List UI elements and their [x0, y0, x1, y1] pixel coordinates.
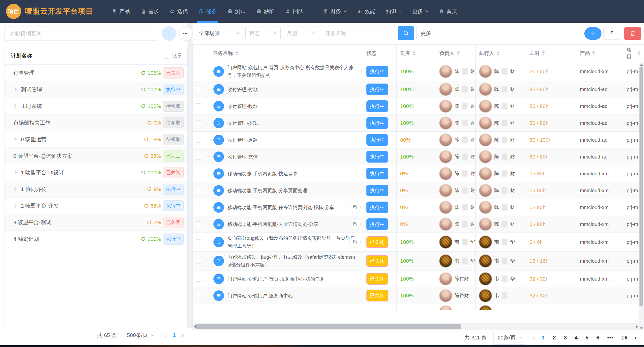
plan-more-button[interactable] [178, 26, 193, 41]
sort-desc-icon[interactable] [542, 54, 545, 55]
nav-item-test[interactable]: ?测试 [222, 0, 251, 23]
plan-row[interactable]: 测试管理100%执行中 [5, 81, 187, 98]
task-row[interactable]: 移动端功能-手机网页版-人才详情浏览-分享执行中0%陈财陈财0 / 80hmmc… [193, 216, 644, 233]
copy-button[interactable] [349, 236, 361, 248]
task-row[interactable]: 门户网站-众包门户-首页-服务商中心-所有数据只关联个人账号，不关联组织架构执行… [193, 62, 644, 81]
row-checkbox[interactable] [196, 276, 201, 282]
sort-icon[interactable] [592, 51, 595, 55]
sort-asc-icon[interactable] [497, 51, 500, 53]
row-checkbox[interactable] [196, 87, 201, 92]
task-row[interactable]: 移动端功能-手机网页版-快速登录执行中0%陈财陈财0 / 80hmmcloud-… [193, 165, 644, 182]
page-number-button[interactable]: 5 [585, 334, 588, 341]
plan-row[interactable]: 工时系统100%待领取 [5, 98, 187, 114]
sort-desc-icon[interactable] [592, 54, 595, 55]
upload-button[interactable] [603, 27, 620, 40]
copy-button[interactable] [349, 218, 361, 230]
chevron-right-icon[interactable] [13, 88, 17, 92]
page-number-button[interactable]: 4 [575, 334, 578, 341]
scroll-left-arrow[interactable] [194, 325, 196, 328]
row-checkbox[interactable] [196, 293, 201, 298]
task-row[interactable]: 收付管理-提现执行中100%陈财陈财80 / 80hmmcloud-acprj-… [193, 115, 644, 132]
plan-prev-page-button[interactable]: ‹ [164, 332, 167, 338]
row-checkbox[interactable] [196, 69, 201, 74]
task-row[interactable]: 内容添加修改、bug处理、样式修改（safari浏览器对element ui部分… [193, 252, 644, 271]
row-checkbox[interactable] [196, 137, 201, 143]
vertical-scrollbar-thumb[interactable] [639, 67, 643, 306]
task-row[interactable]: 门户网站-众包门户-首页-服务商中心-我的任务已关闭100%陈裕财韦华32 / … [193, 271, 644, 287]
row-checkbox[interactable] [196, 239, 201, 245]
row-checkbox[interactable] [196, 258, 201, 264]
row-checkbox[interactable] [196, 221, 201, 227]
chevron-right-icon[interactable] [13, 204, 17, 208]
task-page-size-select[interactable]: 20条/页 [493, 331, 526, 345]
sort-desc-icon[interactable] [457, 54, 460, 55]
delete-button[interactable] [624, 27, 641, 40]
row-checkbox[interactable] [196, 154, 201, 160]
task-row[interactable]: 收付管理-付款执行中100%陈财陈财80 / 80hmmcloud-acprj-… [193, 81, 644, 98]
sort-icon[interactable] [638, 51, 641, 55]
nav-item-task[interactable]: 任务 [193, 0, 222, 23]
nav-item-knowledge[interactable]: 知识 [381, 0, 407, 23]
task-prev-page-button[interactable]: ‹ [533, 334, 535, 341]
plan-row[interactable]: 0 唛盟平台-总体解决方案88%已完工 [5, 148, 187, 164]
plan-row[interactable]: 4 融资计划100%执行中 [5, 231, 187, 247]
nav-item-team[interactable]: 团队 [280, 0, 309, 23]
task-row[interactable] [193, 304, 644, 310]
add-plan-button[interactable] [162, 26, 176, 41]
search-button[interactable] [398, 26, 414, 40]
more-filters-button[interactable]: 更多 [416, 26, 435, 40]
add-task-button[interactable] [584, 27, 601, 40]
task-row[interactable]: 收付管理-充值执行中100%陈财陈财80 / 80hmmcloud-acprj-… [193, 148, 644, 165]
page-number-button[interactable]: 3 [564, 334, 567, 341]
scroll-right-arrow[interactable] [636, 325, 638, 328]
page-number-button[interactable]: 16 [621, 334, 627, 341]
page-number-button[interactable]: 2 [553, 334, 556, 341]
nav-item-defect[interactable]: ?缺陷 [251, 0, 280, 23]
plan-search-input[interactable] [5, 26, 158, 41]
task-name-search-input[interactable] [321, 26, 395, 40]
task-row[interactable]: 页面部分bug修改（我发布的任务详情页顶部导航、首页研发管理工具等）已关闭100… [193, 233, 644, 252]
sort-asc-icon[interactable] [235, 51, 238, 53]
row-checkbox[interactable] [196, 205, 201, 210]
plan-row[interactable]: 1 协同办公9%执行中 [5, 181, 187, 198]
sort-desc-icon[interactable] [235, 54, 238, 55]
nav-item-finance[interactable]: 财务 [317, 0, 352, 23]
task-row[interactable]: 门户网站-众包门户-服务商中心已关闭100%陈裕财韦32 / 32hprj-m [193, 287, 644, 304]
horizontal-scrollbar-thumb[interactable] [196, 324, 461, 329]
task-row[interactable]: 收付管理-收款执行中100%陈财陈财80 / 80hmmcloud-acprj-… [193, 98, 644, 115]
plan-page-number[interactable]: 1 [173, 332, 176, 338]
scroll-down-arrow[interactable] [640, 327, 643, 329]
type-select[interactable]: 类型 [283, 26, 318, 40]
task-row[interactable]: 移动端功能-手机网页版-任务详情页浏览-投标-分享执行中0%陈财陈财0 / 80… [193, 199, 644, 216]
nav-item-product[interactable]: 产品 [106, 0, 135, 23]
sort-asc-icon[interactable] [542, 51, 545, 53]
row-checkbox[interactable] [196, 171, 201, 176]
plan-row[interactable]: 市场部相关工作0%待领取 [5, 114, 187, 131]
sort-asc-icon[interactable] [412, 51, 415, 53]
scroll-up-arrow[interactable] [640, 64, 643, 66]
nav-item-more[interactable]: 更多 [407, 0, 433, 23]
copy-button[interactable] [349, 202, 361, 213]
more-pages-button[interactable]: ••• [607, 335, 614, 341]
chevron-right-icon[interactable] [13, 171, 17, 175]
plan-row[interactable]: 3 唛盟平台-测试7%已关闭 [5, 214, 187, 231]
nav-item-requirement[interactable]: 需求 [135, 0, 164, 23]
sort-icon[interactable] [457, 51, 460, 55]
plan-next-page-button[interactable]: › [182, 332, 184, 338]
chevron-right-icon[interactable] [13, 187, 17, 191]
sort-desc-icon[interactable] [412, 54, 415, 55]
sort-icon[interactable] [497, 51, 500, 55]
sort-desc-icon[interactable] [638, 54, 641, 55]
sort-icon[interactable] [412, 51, 415, 55]
task-row[interactable]: 移动端功能-手机网页版-分享页面处理执行中0%陈财陈财0 / 80hmmclou… [193, 182, 644, 199]
status-select[interactable]: 状态 [245, 26, 281, 40]
row-checkbox[interactable] [196, 103, 201, 109]
task-row[interactable]: 收付管理-退款执行中80%陈财陈财80 / 100hmmcloud-acprj-… [193, 132, 644, 148]
sort-icon[interactable] [235, 51, 238, 55]
sort-icon[interactable] [542, 51, 545, 55]
nav-item-performance[interactable]: 效能 [352, 0, 381, 23]
chevron-right-icon[interactable] [13, 137, 17, 141]
sort-asc-icon[interactable] [592, 51, 595, 53]
batch-checkbox[interactable] [164, 53, 169, 59]
plan-row[interactable]: 0 唛盟运营18%待领取 [5, 131, 187, 148]
